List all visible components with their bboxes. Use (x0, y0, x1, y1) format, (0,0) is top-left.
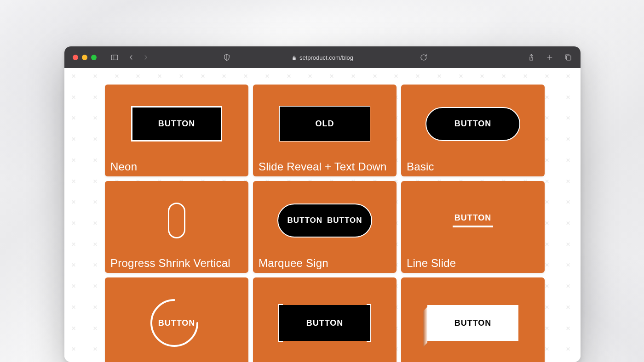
card-basic[interactable]: BUTTON Basic (401, 85, 545, 176)
page-content: ✕✕✕✕✕✕✕✕✕✕✕✕✕✕✕✕✕✕✕✕✕✕✕✕✕✕✕✕✕✕✕✕✕✕✕✕✕✕✕✕… (64, 68, 581, 362)
window-minimize-button[interactable] (82, 55, 87, 60)
card-marquee-sign[interactable]: BUTTON BUTTON Marquee Sign (253, 181, 397, 273)
url-text: setproduct.com/blog (299, 54, 353, 61)
toolbar-right (527, 46, 572, 68)
card-title: Marquee Sign (259, 257, 391, 269)
card-title: Basic (407, 161, 539, 173)
card-demo: BUTTON (407, 186, 539, 255)
bracket-text: BUTTON (306, 318, 344, 328)
demo-button-slide-reveal[interactable]: OLD (279, 106, 370, 141)
card-neon[interactable]: BUTTON Neon (105, 85, 248, 176)
demo-button-arc[interactable]: BUTTON (142, 298, 211, 348)
white3d-text: BUTTON (454, 318, 492, 328)
refresh-icon[interactable] (420, 53, 428, 62)
marquee-text-2: BUTTON (327, 216, 362, 225)
card-arc[interactable]: BUTTON (105, 277, 248, 362)
svg-rect-0 (111, 55, 118, 60)
toolbar-left (110, 53, 150, 62)
address-bar[interactable]: setproduct.com/blog (292, 54, 353, 61)
window-close-button[interactable] (73, 55, 78, 60)
sidebar-toggle-icon[interactable] (110, 53, 119, 62)
card-title: Line Slide (407, 257, 539, 269)
card-title: Slide Reveal + Text Down (259, 161, 391, 173)
card-demo: BUTTON BUTTON (259, 186, 391, 255)
demo-button-basic[interactable]: BUTTON (426, 107, 520, 141)
line-slide-underline (453, 226, 493, 227)
browser-titlebar: setproduct.com/blog (64, 46, 581, 68)
demo-button-white3d[interactable]: BUTTON (427, 305, 518, 341)
new-tab-icon[interactable] (546, 53, 554, 62)
share-icon[interactable] (527, 53, 535, 62)
svg-rect-5 (566, 56, 571, 60)
bracket-corner (278, 304, 283, 305)
lock-icon (292, 55, 297, 60)
nav-buttons (127, 53, 150, 62)
bracket-corner (367, 304, 371, 305)
card-white3d[interactable]: BUTTON (401, 277, 545, 362)
card-demo: BUTTON (110, 282, 243, 362)
card-progress-shrink[interactable]: Progress Shrink Vertical (105, 181, 248, 273)
privacy-shield-icon[interactable] (223, 53, 231, 62)
window-controls (73, 55, 97, 60)
back-icon[interactable] (127, 53, 135, 62)
card-demo (110, 186, 243, 255)
card-title: Neon (110, 161, 243, 173)
card-bracket[interactable]: BUTTON (253, 277, 397, 362)
line-slide-text: BUTTON (454, 213, 492, 223)
card-demo: BUTTON (407, 89, 539, 159)
card-demo: BUTTON (407, 282, 539, 362)
card-demo: OLD (259, 89, 391, 159)
window-maximize-button[interactable] (91, 55, 97, 60)
demo-button-bracket[interactable]: BUTTON (279, 305, 370, 341)
arc-text: BUTTON (158, 318, 196, 328)
demo-button-neon[interactable]: BUTTON (131, 106, 222, 141)
card-demo: BUTTON (259, 282, 391, 362)
tabs-overview-icon[interactable] (564, 53, 572, 62)
card-line-slide[interactable]: BUTTON Line Slide (401, 181, 545, 273)
card-slide-reveal[interactable]: OLD Slide Reveal + Text Down (253, 85, 397, 176)
bracket-corner (367, 341, 371, 342)
card-title: Progress Shrink Vertical (110, 257, 243, 269)
card-demo: BUTTON (110, 89, 243, 159)
browser-window: setproduct.com/blog ✕✕✕✕✕✕✕✕✕✕✕✕✕✕✕✕✕✕✕✕… (64, 46, 581, 362)
demo-button-line-slide[interactable]: BUTTON (453, 213, 493, 227)
cards-grid: BUTTON Neon OLD Slide Reveal + Text Down… (105, 85, 545, 362)
demo-button-progress-shrink[interactable] (168, 203, 185, 238)
bracket-corner (278, 341, 283, 342)
demo-button-marquee[interactable]: BUTTON BUTTON (277, 204, 372, 238)
forward-icon[interactable] (142, 53, 150, 62)
marquee-text-1: BUTTON (287, 216, 322, 225)
